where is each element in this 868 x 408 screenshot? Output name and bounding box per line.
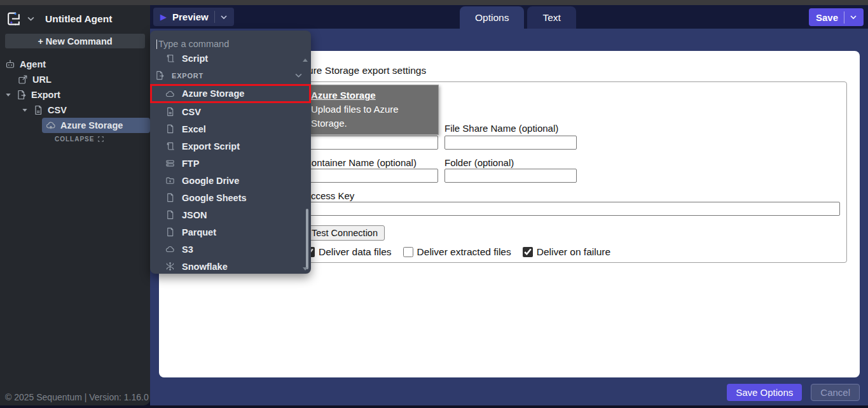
menu-item-excel[interactable]: Excel <box>150 120 311 137</box>
checkbox-deliver-data-files[interactable]: Deliver data files <box>305 246 392 258</box>
menu-item-label: Google Sheets <box>182 193 247 203</box>
menu-group-export[interactable]: EXPORT <box>150 67 311 84</box>
menu-item-google-drive[interactable]: Google Drive <box>150 172 311 189</box>
save-button[interactable]: Save <box>809 8 864 26</box>
folder-input[interactable] <box>444 169 577 183</box>
file-icon <box>165 124 175 134</box>
menu-item-label: Parquet <box>182 227 216 237</box>
menu-item-label: Azure Storage <box>182 88 244 99</box>
preview-chevron-down-icon[interactable] <box>221 15 227 19</box>
tooltip-title: Azure Storage <box>311 88 432 102</box>
collapse-label: COLLAPSE <box>55 136 94 143</box>
container-name-label: Container Name (optional) <box>305 157 417 168</box>
tree-item-url[interactable]: URL <box>0 72 150 87</box>
external-link-icon <box>18 74 28 85</box>
menu-item-label: EXPORT <box>172 72 203 80</box>
menu-item-parquet[interactable]: Parquet <box>150 223 311 241</box>
menu-item-export-script[interactable]: Export Script <box>150 137 311 155</box>
cloud-icon <box>165 244 175 254</box>
checkbox-deliver-extracted-files[interactable]: Deliver extracted files <box>403 246 511 258</box>
tab-bar: Options Text <box>460 6 576 29</box>
tree-item-csv[interactable]: CSV <box>0 102 150 118</box>
text-caret <box>156 39 157 49</box>
scroll-up-arrow[interactable] <box>303 59 308 62</box>
folder-label: Folder (optional) <box>444 157 514 168</box>
menu-item-snowflake[interactable]: Snowflake <box>150 258 311 272</box>
file-export-icon <box>155 71 165 80</box>
menu-item-label: Export Script <box>182 141 240 151</box>
cancel-button[interactable]: Cancel <box>811 384 860 401</box>
tree-item-label: CSV <box>48 105 67 115</box>
menu-item-label: Excel <box>182 124 206 134</box>
bottom-action-bar: Save Options Cancel <box>727 384 860 401</box>
menu-item-json[interactable]: JSON <box>150 206 311 223</box>
access-key-input[interactable] <box>305 202 840 216</box>
storage-account-name-input[interactable] <box>305 136 438 150</box>
menu-item-label: Snowflake <box>182 262 228 272</box>
tree-item-label: Export <box>31 90 60 100</box>
tab-options[interactable]: Options <box>460 6 524 29</box>
checkbox-label: Deliver data files <box>319 246 392 258</box>
cloud-icon <box>165 89 175 99</box>
menu-item-label: JSON <box>182 210 207 220</box>
caret-down-icon[interactable] <box>22 107 29 113</box>
sidebar: Untitled Agent + New Command AgentURLExp… <box>0 5 150 405</box>
tree-item-export[interactable]: Export <box>0 87 150 102</box>
scroll-icon <box>165 141 175 151</box>
file-icon <box>165 193 175 202</box>
command-menu-dropdown: Type a command ScriptEXPORTAzure Storage… <box>150 31 311 274</box>
tree-item-azure-storage[interactable]: Azure Storage <box>42 118 150 133</box>
file-share-name-input[interactable] <box>444 136 577 150</box>
button-divider <box>844 11 844 24</box>
sequentum-logo-icon[interactable] <box>6 11 22 27</box>
container-name-input[interactable] <box>305 169 438 183</box>
checkbox-input[interactable] <box>403 247 413 257</box>
menu-item-azure-storage[interactable]: Azure Storage <box>150 84 311 103</box>
tree-item-label: Azure Storage <box>60 120 123 130</box>
play-icon: ▶ <box>160 13 167 21</box>
agent-menu-chevron-down-icon[interactable] <box>27 17 34 21</box>
button-divider <box>214 11 215 23</box>
window-top-strip <box>0 0 868 5</box>
new-command-button[interactable]: + New Command <box>5 34 145 48</box>
robot-icon <box>5 59 15 69</box>
checkbox-label: Deliver extracted files <box>417 246 511 258</box>
command-search-input[interactable]: Type a command <box>156 38 305 50</box>
menu-item-google-sheets[interactable]: Google Sheets <box>150 189 311 206</box>
tooltip-description: Upload files to Azure Storage. <box>311 102 432 130</box>
tab-text[interactable]: Text <box>527 6 575 29</box>
test-connection-button[interactable]: Test Connection <box>305 225 385 241</box>
file-share-name-label: File Share Name (optional) <box>444 123 558 134</box>
app-version-footer: © 2025 Sequentum | Version: 1.16.0 <box>5 392 149 402</box>
command-tree: AgentURLExportCSVAzure Storage <box>0 57 150 133</box>
caret-down-icon[interactable] <box>5 92 12 98</box>
server-icon <box>165 158 175 168</box>
tree-item-agent[interactable]: Agent <box>0 57 150 72</box>
access-key-label: Access Key <box>305 190 354 201</box>
cloud-upload-icon <box>46 120 56 130</box>
scroll-down-arrow[interactable] <box>303 267 308 271</box>
checkbox-input[interactable] <box>523 247 533 257</box>
file-export-icon <box>17 90 27 100</box>
azure-storage-tooltip: Azure Storage Upload files to Azure Stor… <box>304 85 439 135</box>
snowflake-icon <box>165 262 175 271</box>
file-icon <box>165 227 175 237</box>
menu-item-ftp[interactable]: FTP <box>150 155 311 172</box>
menu-item-label: S3 <box>182 244 193 255</box>
save-options-button[interactable]: Save Options <box>727 384 802 401</box>
checkbox-deliver-on-failure[interactable]: Deliver on failure <box>523 246 610 258</box>
collapse-tree-button[interactable]: COLLAPSE <box>55 136 150 143</box>
save-chevron-down-icon[interactable] <box>850 15 857 19</box>
file-csv-icon <box>33 105 43 115</box>
menu-item-csv[interactable]: CSV <box>150 103 311 120</box>
group-chevron-down-icon[interactable] <box>295 73 302 78</box>
tree-item-label: Agent <box>20 59 46 69</box>
scrollbar-thumb[interactable] <box>306 209 308 269</box>
command-menu-list: ScriptEXPORTAzure StorageCSVExcelExport … <box>150 55 311 272</box>
menu-item-s3[interactable]: S3 <box>150 241 311 258</box>
tree-item-label: URL <box>32 74 52 85</box>
menu-item-script[interactable]: Script <box>150 55 311 67</box>
scroll-icon <box>165 55 175 63</box>
preview-button[interactable]: ▶ Preview <box>153 8 234 26</box>
panel-heading: Azure Storage export settings <box>296 65 426 76</box>
